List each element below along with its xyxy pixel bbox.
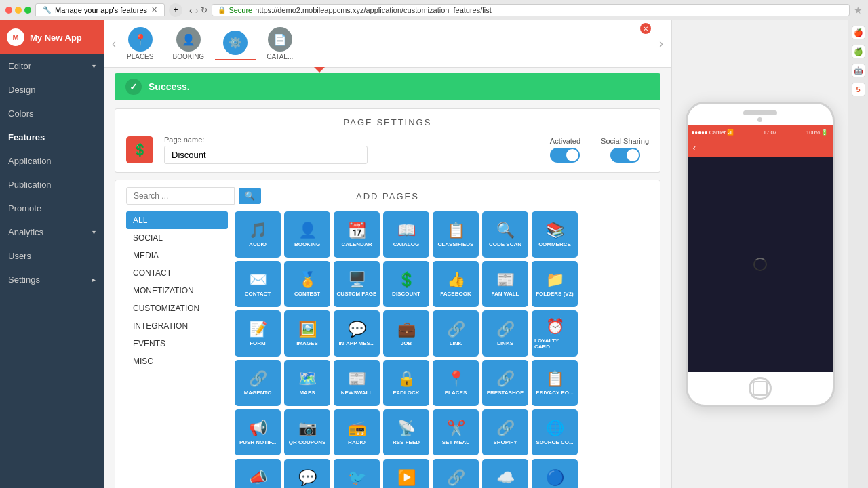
category-media[interactable]: MEDIA	[126, 247, 228, 264]
minimize-dot[interactable]	[15, 7, 22, 14]
tile-videos[interactable]: ▶️ VIDEOS	[383, 459, 429, 488]
feature-item-active[interactable]: ⚙️	[215, 28, 256, 60]
tile-link[interactable]: 🔗 LINK	[433, 310, 479, 357]
audio-tile-label: AUDIO	[249, 241, 267, 247]
close-dot[interactable]	[5, 7, 12, 14]
tile-discount[interactable]: 💲 DISCOUNT	[383, 261, 429, 307]
tile-classifieds[interactable]: 📋 CLASSIFIEDS	[433, 211, 479, 258]
sidebar-item-analytics[interactable]: Analytics ▾	[0, 220, 104, 244]
sidebar-item-settings[interactable]: Settings ▸	[0, 268, 104, 291]
feature-item-places[interactable]: 📍 PLACES	[119, 24, 161, 63]
tile-volusion[interactable]: 🔗 VOLUSION	[433, 459, 479, 488]
tile-contest[interactable]: 🏅 CONTEST	[284, 261, 330, 307]
tile-job[interactable]: 💼 JOB	[383, 310, 429, 357]
tile-twitter[interactable]: 🐦 TWITTER	[334, 459, 380, 488]
new-tab-btn[interactable]: +	[169, 3, 182, 17]
tile-maps[interactable]: 🗺️ MAPS	[284, 360, 330, 406]
sidebar-brand[interactable]: M My New App	[0, 20, 104, 54]
maps-tile-icon: 🗺️	[298, 370, 317, 388]
secure-icon: 🔒	[218, 6, 226, 14]
tile-images[interactable]: 🖼️ IMAGES	[284, 310, 330, 357]
feature-prev-button[interactable]: ‹	[112, 37, 116, 51]
category-events[interactable]: EVENTS	[126, 335, 228, 352]
maximize-dot[interactable]	[24, 7, 31, 14]
feature-item-catalog[interactable]: 📄 CATAL...	[258, 24, 301, 63]
tile-setmeal[interactable]: ✂️ SET MEAL	[433, 409, 479, 455]
tile-catalog[interactable]: 📖 CATALOG	[383, 211, 429, 258]
html5-icon[interactable]: 5	[852, 83, 865, 96]
feature-next-button[interactable]: ›	[659, 37, 663, 51]
sidebar-item-publication[interactable]: Publication	[0, 173, 104, 197]
android-icon[interactable]: 🤖	[852, 64, 865, 77]
tile-shopify[interactable]: 🔗 SHOPIFY	[482, 409, 528, 455]
sidebar-item-editor[interactable]: Editor ▾	[0, 54, 104, 78]
tile-privacy[interactable]: 📋 PRIVACY PO...	[532, 360, 578, 406]
settings-label: Settings	[8, 274, 40, 285]
sidebar-item-features[interactable]: Features	[0, 125, 104, 149]
social-sharing-toggle[interactable]	[610, 148, 640, 163]
tile-form[interactable]: 📝 FORM	[235, 310, 281, 357]
search-button[interactable]: 🔍	[239, 188, 261, 204]
sidebar-item-colors[interactable]: Colors	[0, 102, 104, 125]
browser-tab[interactable]: 🔧 Manage your app's features ✕	[35, 3, 165, 16]
tile-custompage[interactable]: 🖥️ CUSTOM PAGE	[334, 261, 380, 307]
tile-topics[interactable]: 💬 TOPICS	[284, 459, 330, 488]
tile-folders[interactable]: 📁 FOLDERS (V2)	[532, 261, 578, 307]
category-all[interactable]: ALL	[126, 211, 228, 229]
sidebar-item-design[interactable]: Design	[0, 78, 104, 102]
apple-mac-icon[interactable]: 🍎	[852, 26, 865, 39]
tile-wordpress[interactable]: 🔵 WORDPRES...	[532, 459, 578, 488]
sidebar-item-users[interactable]: Users	[0, 244, 104, 268]
page-name-input[interactable]	[164, 146, 368, 164]
tile-loyaltycard[interactable]: ⏰ LOYALTY CARD	[532, 310, 578, 357]
tile-magento[interactable]: 🔗 MAGENTO	[235, 360, 281, 406]
phone-back-icon[interactable]: ‹	[693, 142, 696, 153]
tile-rssfeed[interactable]: 📡 RSS FEED	[383, 409, 429, 455]
category-integration[interactable]: INTEGRATION	[126, 317, 228, 335]
tile-inapp[interactable]: 💬 IN-APP MES...	[334, 310, 380, 357]
feature-item-booking[interactable]: 👤 BOOKING	[164, 24, 212, 63]
tile-newswall[interactable]: 📰 NEWSWALL	[334, 360, 380, 406]
tile-prestashop[interactable]: 🔗 PRESTASHOP	[482, 360, 528, 406]
tile-facebook[interactable]: 👍 FACEBOOK	[433, 261, 479, 307]
tile-links[interactable]: 🔗 LINKS	[482, 310, 528, 357]
tile-tipscalc[interactable]: 📣 TIPS CALCU...	[235, 459, 281, 488]
sidebar-item-promote[interactable]: Promote	[0, 197, 104, 220]
custompage-tile-icon: 🖥️	[348, 271, 366, 289]
address-bar[interactable]: 🔒 Secure https://demo2.mobileappcms.xyz/…	[212, 4, 850, 16]
category-misc[interactable]: MISC	[126, 352, 228, 370]
activated-toggle[interactable]	[550, 148, 580, 163]
tile-contact[interactable]: ✉️ CONTACT	[235, 261, 281, 307]
category-customization[interactable]: CUSTOMIZATION	[126, 300, 228, 317]
tile-codescan[interactable]: 🔍 CODE SCAN	[482, 211, 528, 258]
tile-fanwall[interactable]: 📰 FAN WALL	[482, 261, 528, 307]
tab-title: Manage your app's features	[55, 6, 147, 14]
refresh-button[interactable]: ↻	[201, 5, 208, 16]
tile-booking[interactable]: 👤 BOOKING	[284, 211, 330, 258]
category-social[interactable]: SOCIAL	[126, 229, 228, 247]
back-button[interactable]: ‹	[189, 5, 193, 16]
tile-pushnotif[interactable]: 📢 PUSH NOTIF...	[235, 409, 281, 455]
content-area: ‹ 📍 PLACES 👤 BOOKING ⚙️ 📄 CATAL... ✕ ›	[104, 20, 671, 488]
search-input[interactable]	[126, 187, 235, 205]
tile-weather[interactable]: ☁️ WEATHER	[482, 459, 528, 488]
tile-places[interactable]: 📍 PLACES	[433, 360, 479, 406]
success-banner: ✓ Success.	[115, 73, 660, 100]
tile-commerce[interactable]: 📚 COMMERCE	[532, 211, 578, 258]
close-feature-btn[interactable]: ✕	[640, 23, 651, 34]
bookmark-icon[interactable]: ★	[854, 5, 863, 16]
tile-audio[interactable]: 🎵 AUDIO	[235, 211, 281, 258]
tile-padlock[interactable]: 🔒 PADLOCK	[383, 360, 429, 406]
tile-sourcecode[interactable]: 🌐 SOURCE CO...	[532, 409, 578, 455]
sidebar-item-application[interactable]: Application	[0, 149, 104, 173]
forward-button[interactable]: ›	[195, 5, 199, 16]
category-contact[interactable]: CONTACT	[126, 264, 228, 282]
tab-close-icon[interactable]: ✕	[151, 5, 157, 14]
apple-ios-icon[interactable]: 🍏	[852, 45, 865, 58]
phone-home-button[interactable]	[749, 377, 772, 400]
category-monetization[interactable]: MONETIZATION	[126, 282, 228, 300]
tile-calendar[interactable]: 📆 CALENDAR	[334, 211, 380, 258]
page-scroll-area[interactable]: PAGE SETTINGS 💲 Page name: Activated	[104, 106, 671, 488]
tile-qrcoupons[interactable]: 📷 QR COUPONS	[284, 409, 330, 455]
tile-radio[interactable]: 📻 RADIO	[334, 409, 380, 455]
